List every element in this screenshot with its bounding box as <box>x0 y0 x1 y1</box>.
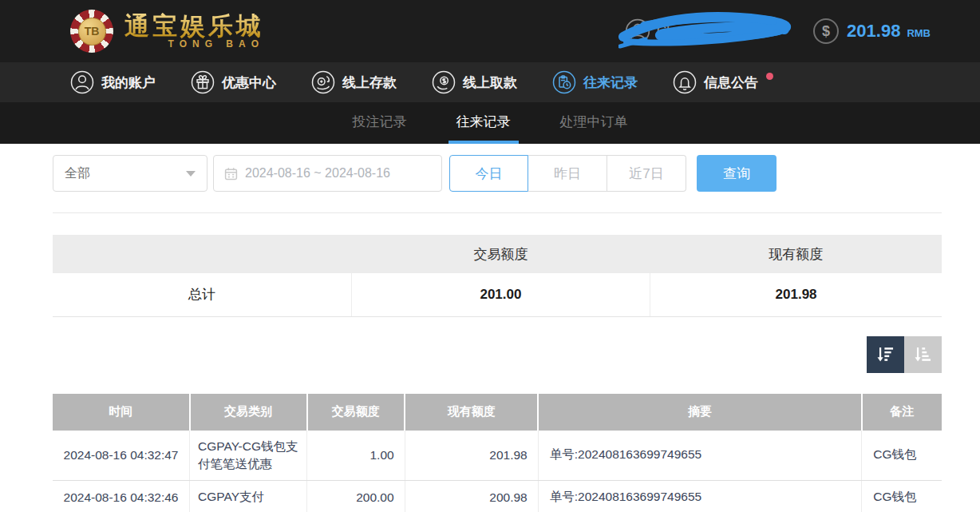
tab-pending-orders[interactable]: 处理中订单 <box>552 102 636 144</box>
nav-label: 我的账户 <box>101 73 156 92</box>
summary-total-row: 总计 201.00 201.98 <box>53 273 942 316</box>
sort-controls <box>53 336 942 373</box>
chip-label: TB <box>78 18 106 46</box>
nav-label: 优惠中心 <box>222 73 276 92</box>
summary-header-transaction: 交易额度 <box>351 235 650 273</box>
user-avatar-icon <box>625 18 650 44</box>
brand-title: 通宝娱乐城 <box>124 13 264 40</box>
balance-currency: RMB <box>907 27 931 39</box>
nav-label: 信息公告 <box>704 73 758 92</box>
type-filter-select[interactable]: 全部 <box>53 155 207 192</box>
notification-badge-dot <box>766 73 773 80</box>
gift-icon <box>191 70 215 94</box>
cell-amount: 1.00 <box>307 431 405 481</box>
cell-type: CGPAY-CG钱包支付笔笔送优惠 <box>190 431 307 481</box>
main-nav: 我的账户 优惠中心 线上存款 线上取款 <box>0 62 980 102</box>
chevron-down-icon <box>186 171 196 177</box>
type-filter-value: 全部 <box>65 165 90 182</box>
range-button-today[interactable]: 今日 <box>449 155 528 192</box>
nav-item-announcements[interactable]: 信息公告 <box>673 70 758 94</box>
nav-item-withdraw[interactable]: 线上取款 <box>432 70 517 94</box>
user-account-area[interactable]: Ch g 20 <box>625 11 794 51</box>
sort-ascending-button[interactable] <box>904 336 942 373</box>
nav-label: 往来记录 <box>583 73 638 92</box>
bell-icon <box>673 70 697 94</box>
user-icon <box>70 70 94 94</box>
tab-transaction-records[interactable]: 往来记录 <box>449 102 519 144</box>
nav-item-transaction-records[interactable]: 往来记录 <box>552 70 638 94</box>
summary-header-empty <box>53 235 351 273</box>
withdraw-icon <box>432 70 456 94</box>
nav-label: 线上存款 <box>342 73 397 92</box>
summary-total-label: 总计 <box>53 273 351 316</box>
range-button-last7days[interactable]: 近7日 <box>607 155 686 192</box>
summary-table: 交易额度 现有额度 总计 201.00 201.98 <box>53 235 942 317</box>
summary-header-balance: 现有额度 <box>650 235 942 273</box>
cell-remark: CG钱包 <box>862 481 942 512</box>
table-row: 2024-08-16 04:32:46 CGPAY支付 200.00 200.9… <box>53 481 942 512</box>
nav-label: 线上取款 <box>463 73 517 92</box>
deposit-icon <box>311 70 335 94</box>
col-header-amount: 交易额度 <box>307 394 405 431</box>
nav-item-promotions[interactable]: 优惠中心 <box>191 70 276 94</box>
table-row: 2024-08-16 04:32:47 CGPAY-CG钱包支付笔笔送优惠 1.… <box>53 431 942 481</box>
cell-remark: CG钱包 <box>862 431 942 481</box>
username-text: Ch g 20 <box>657 23 705 39</box>
dollar-coin-icon: $ <box>813 18 839 44</box>
cell-summary: 单号:202408163699749655 <box>538 481 862 512</box>
col-header-time: 时间 <box>53 394 190 431</box>
col-header-summary: 摘要 <box>538 394 862 431</box>
records-header-row: 时间 交易类别 交易额度 现有额度 摘要 备注 <box>53 394 942 431</box>
quick-range-group: 今日 昨日 近7日 <box>449 155 686 192</box>
summary-total-balance: 201.98 <box>650 273 942 316</box>
cell-balance: 200.98 <box>405 481 538 512</box>
casino-chip-icon: TB <box>70 10 113 53</box>
cell-time: 2024-08-16 04:32:46 <box>53 481 190 512</box>
records-icon <box>552 70 576 94</box>
sort-descending-icon <box>875 343 896 365</box>
cell-time: 2024-08-16 04:32:47 <box>53 431 190 481</box>
calendar-icon <box>224 167 238 181</box>
top-header: TB 通宝娱乐城 TONG BAO Ch g 20 <box>0 0 980 62</box>
sort-ascending-icon <box>912 343 934 365</box>
section-divider <box>53 212 942 213</box>
nav-item-my-account[interactable]: 我的账户 <box>70 70 156 94</box>
cell-type: CGPAY支付 <box>190 481 307 512</box>
filter-bar: 全部 2024-08-16 ~ 2024-08-16 今日 昨日 近7日 查询 <box>53 155 942 192</box>
sort-descending-button[interactable] <box>867 336 904 373</box>
col-header-balance: 现有额度 <box>405 394 538 431</box>
cell-amount: 200.00 <box>307 481 405 512</box>
range-button-yesterday[interactable]: 昨日 <box>528 155 607 192</box>
query-button[interactable]: 查询 <box>697 155 776 192</box>
tab-betting-records[interactable]: 投注记录 <box>345 102 415 144</box>
cell-balance: 201.98 <box>405 431 538 481</box>
nav-item-deposit[interactable]: 线上存款 <box>311 70 397 94</box>
cell-summary: 单号:202408163699749655 <box>538 431 862 481</box>
balance-display[interactable]: $ 201.98 RMB <box>813 18 931 44</box>
col-header-remark: 备注 <box>862 394 942 431</box>
records-table: 时间 交易类别 交易额度 现有额度 摘要 备注 2024-08-16 04:32… <box>53 394 942 512</box>
col-header-type: 交易类别 <box>190 394 307 431</box>
balance-amount: 201.98 <box>847 21 900 42</box>
record-tabs: 投注记录 往来记录 处理中订单 <box>0 102 980 144</box>
date-range-value: 2024-08-16 ~ 2024-08-16 <box>245 166 390 181</box>
date-range-input[interactable]: 2024-08-16 ~ 2024-08-16 <box>213 155 442 192</box>
summary-total-transaction: 201.00 <box>351 273 650 316</box>
summary-header-row: 交易额度 现有额度 <box>53 235 942 273</box>
brand-logo: TB 通宝娱乐城 TONG BAO <box>70 10 264 53</box>
